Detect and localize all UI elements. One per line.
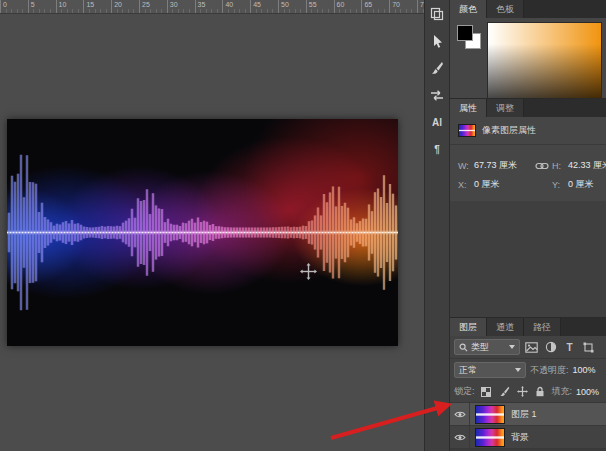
- paragraph-panel-icon[interactable]: ¶: [428, 140, 446, 158]
- adjustment-layer-filter-icon[interactable]: [543, 340, 558, 355]
- character-panel-icon[interactable]: Al: [428, 113, 446, 131]
- properties-panel-body: 像素图层属性 W: 67.73 厘米 H: 42.33 厘米 X: 0: [450, 117, 606, 201]
- lock-buttons: [479, 384, 548, 399]
- tab-layers[interactable]: 图层: [450, 318, 487, 336]
- properties-panel-tabbar: 属性 调整: [450, 99, 606, 117]
- y-value[interactable]: 0 厘米: [568, 178, 606, 191]
- selection-cursor-panel-icon[interactable]: [428, 32, 446, 50]
- width-value[interactable]: 67.73 厘米: [474, 159, 532, 172]
- properties-title: 像素图层属性: [482, 124, 536, 137]
- x-label: X:: [458, 180, 474, 190]
- transform-fields: W: 67.73 厘米 H: 42.33 厘米 X: 0 厘米 Y: 0 厘: [450, 145, 606, 201]
- layer-name: 图层 1: [511, 408, 537, 421]
- visibility-toggle[interactable]: [450, 426, 470, 448]
- tab-paths[interactable]: 路径: [524, 318, 561, 336]
- type-layer-filter-icon[interactable]: T: [562, 340, 577, 355]
- size-row: W: 67.73 厘米 H: 42.33 厘米: [458, 159, 606, 172]
- shape-layer-filter-icon[interactable]: [581, 340, 596, 355]
- blend-mode-select[interactable]: 正常: [454, 362, 526, 378]
- layer-row-background[interactable]: 背景: [450, 426, 606, 449]
- foreground-color-swatch[interactable]: [457, 25, 473, 41]
- layer-kind-icon: [458, 124, 476, 137]
- eye-icon: [454, 433, 466, 442]
- layers-panel-tabbar: 图层 通道 路径: [450, 318, 606, 336]
- layer-filter-row: 类型 T: [450, 336, 606, 359]
- document-canvas[interactable]: [7, 119, 398, 346]
- chevron-down-icon: [509, 345, 515, 349]
- lock-position-icon[interactable]: [515, 384, 530, 399]
- lock-all-icon[interactable]: [533, 384, 548, 399]
- waveform-graphic: [7, 119, 398, 346]
- x-value[interactable]: 0 厘米: [474, 178, 532, 191]
- tab-channels[interactable]: 通道: [487, 318, 524, 336]
- y-label: Y:: [552, 180, 568, 190]
- layer-thumbnail[interactable]: [475, 405, 505, 424]
- position-row: X: 0 厘米 Y: 0 厘米: [458, 178, 606, 191]
- tab-color[interactable]: 颜色: [450, 0, 487, 18]
- height-value[interactable]: 42.33 厘米: [568, 159, 606, 172]
- opacity-label: 不透明度:: [530, 364, 569, 377]
- properties-empty-area: [450, 201, 606, 318]
- link-dimensions-button[interactable]: [532, 161, 552, 171]
- clone-source-panel-icon[interactable]: [428, 86, 446, 104]
- properties-header: 像素图层属性: [450, 117, 606, 145]
- fill-label: 填充:: [552, 385, 573, 398]
- color-picker-field[interactable]: [487, 22, 602, 99]
- color-panel-body: [450, 18, 606, 99]
- tab-adjustments[interactable]: 调整: [487, 99, 524, 117]
- fill-value[interactable]: 100%: [576, 387, 599, 397]
- history-panel-icon[interactable]: [428, 5, 446, 23]
- horizontal-ruler[interactable]: 051015202530354045505560657075: [0, 0, 424, 14]
- layer-row-layer1[interactable]: 图层 1: [450, 403, 606, 426]
- tab-properties[interactable]: 属性: [450, 99, 487, 117]
- collapsed-panel-strip: Al ¶: [424, 0, 450, 451]
- visibility-toggle[interactable]: [450, 403, 470, 425]
- layer-thumbnail[interactable]: [475, 428, 505, 447]
- height-label: H:: [552, 161, 568, 171]
- tab-swatches[interactable]: 色板: [487, 0, 524, 18]
- brush-panel-icon[interactable]: [428, 59, 446, 77]
- lock-label: 锁定:: [454, 385, 475, 398]
- filter-kind-select[interactable]: 类型: [454, 339, 520, 355]
- layer-name: 背景: [511, 431, 529, 444]
- opacity-value[interactable]: 100%: [573, 365, 596, 375]
- lock-pixels-icon[interactable]: [497, 384, 512, 399]
- panel-dock: 颜色 色板 属性 调整 像素图层属性 W: 67.73 厘米: [450, 0, 606, 451]
- layers-panel-body: 类型 T: [450, 336, 606, 451]
- width-label: W:: [458, 161, 474, 171]
- color-panel-tabbar: 颜色 色板: [450, 0, 606, 18]
- move-cursor-icon: [300, 263, 317, 280]
- pixel-layer-filter-icon[interactable]: [524, 340, 539, 355]
- chevron-down-icon: [515, 368, 521, 372]
- blend-mode-row: 正常 不透明度: 100%: [450, 359, 606, 381]
- filter-kind-label: 类型: [471, 341, 489, 354]
- lock-transparency-icon[interactable]: [479, 384, 494, 399]
- photoshop-window: 051015202530354045505560657075: [0, 0, 606, 451]
- search-icon: [459, 343, 468, 352]
- lock-row: 锁定:: [450, 381, 606, 403]
- eye-icon: [454, 410, 466, 419]
- blend-mode-value: 正常: [459, 364, 477, 377]
